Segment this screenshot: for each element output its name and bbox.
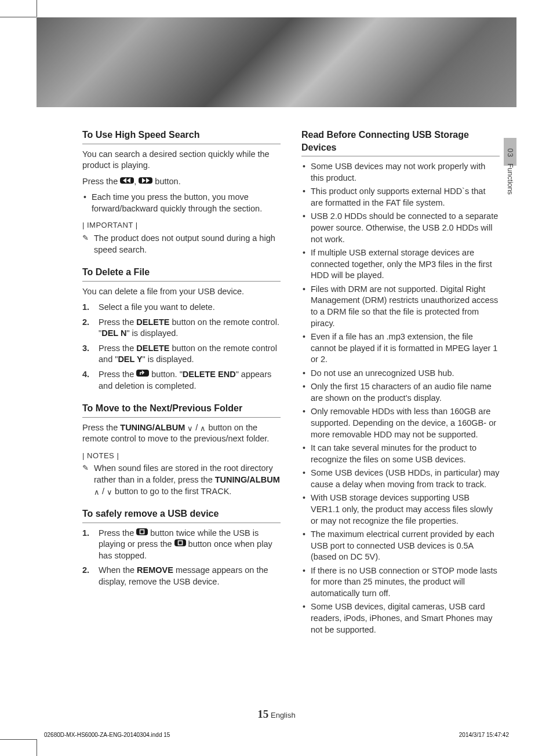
usb-notes-list: Some USB devices may not work properly w…	[301, 161, 500, 636]
list-item: The maximum electrical current provided …	[301, 529, 500, 563]
crop-mark	[37, 0, 37, 17]
list-item: Only removable HDDs with less than 160GB…	[301, 406, 500, 440]
rewind-icon	[120, 177, 134, 184]
print-filename: 02680D-MX-HS6000-ZA-ENG-20140304.indd 15	[44, 731, 170, 739]
list-item: It can take several minutes for the prod…	[301, 443, 500, 465]
paragraph: Press the TUNING/ALBUM ∨ / ∧ button on t…	[82, 422, 281, 445]
list-item: If multiple USB external storage devices…	[301, 247, 500, 282]
fast-forward-icon	[139, 177, 152, 184]
chapter-number: 03	[506, 148, 514, 158]
side-chapter-label: 03Functions	[505, 148, 515, 195]
list-item: Even if a file has an .mp3 extension, th…	[301, 331, 500, 366]
print-timestamp: 2014/3/17 15:47:42	[459, 731, 509, 739]
chapter-title: Functions	[506, 163, 514, 195]
list-item: With USB storage devices supporting USB …	[301, 492, 500, 527]
crop-mark	[0, 17, 37, 17]
crop-mark	[37, 739, 37, 756]
important-tag: | IMPORTANT |	[82, 220, 281, 231]
section-title: To Move to the Next/Previous Folder	[82, 402, 281, 418]
page-number: 15	[257, 708, 268, 720]
list-item: 2.Press the DELETE button on the remote …	[82, 317, 281, 339]
list-item: Some USB devices, digital cameras, USB c…	[301, 601, 500, 636]
list-item: 4.Press the button. "DELETE END" appears…	[82, 369, 281, 392]
header-banner	[37, 17, 516, 107]
list-item: If there is no USB connection or STOP mo…	[301, 565, 500, 600]
up-arrow-icon: ∧	[200, 423, 206, 434]
section-title: To Delete a File	[82, 266, 281, 282]
list-item: This product only supports external HDD`…	[301, 186, 500, 209]
stop-icon	[174, 539, 186, 546]
paragraph: You can delete a file from your USB devi…	[82, 286, 281, 298]
list-item: Some USB devices (USB HDDs, in particula…	[301, 468, 500, 490]
list-item: USB 2.0 HDDs should be connected to a se…	[301, 211, 500, 245]
svg-rect-0	[140, 529, 144, 534]
right-column: Read Before Connecting USB Storage Devic…	[301, 129, 500, 638]
note-item: The product does not output sound during…	[82, 233, 281, 255]
section-title: Read Before Connecting USB Storage Devic…	[301, 129, 500, 156]
page-language: English	[271, 711, 296, 720]
list-item: Each time you press the button, you move…	[82, 192, 281, 214]
note-item: When sound files are stored in the root …	[82, 463, 281, 497]
list-item: Only the first 15 characters of an audio…	[301, 381, 500, 404]
list-item: 2. When the REMOVE message appears on th…	[82, 565, 281, 587]
up-arrow-icon: ∧	[94, 487, 100, 498]
list-item: 1. Press the button twice while the USB …	[82, 528, 281, 562]
crop-mark	[0, 739, 37, 740]
left-column: To Use High Speed Search You can search …	[82, 129, 281, 638]
notes-tag: | NOTES |	[82, 451, 281, 461]
section-title: To Use High Speed Search	[82, 129, 281, 144]
list-item: Do not use an unrecognized USB hub.	[301, 368, 500, 379]
content-columns: To Use High Speed Search You can search …	[82, 129, 500, 638]
stop-icon	[136, 528, 148, 535]
paragraph: You can search a desired section quickly…	[82, 149, 281, 171]
paragraph: Press the , button.	[82, 176, 281, 188]
page-footer: 15 English	[0, 707, 553, 722]
list-item: Some USB devices may not work properly w…	[301, 161, 500, 184]
down-arrow-icon: ∨	[107, 487, 112, 498]
list-item: Files with DRM are not supported. Digita…	[301, 284, 500, 329]
list-item: 3.Press the DELETE button on the remote …	[82, 343, 281, 366]
down-arrow-icon: ∨	[187, 423, 193, 434]
section-title: To safely remove a USB device	[82, 507, 281, 523]
svg-rect-1	[178, 541, 182, 545]
enter-icon	[136, 370, 149, 377]
list-item: 1.Select a file you want to delete.	[82, 302, 281, 313]
